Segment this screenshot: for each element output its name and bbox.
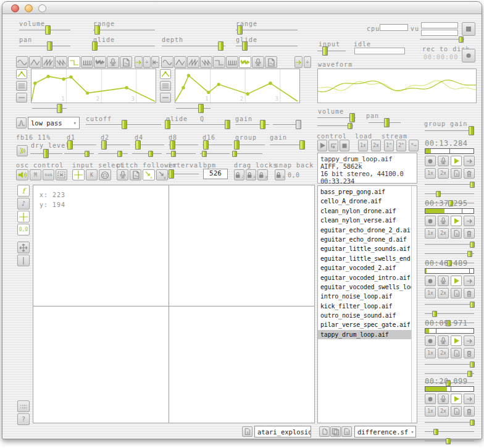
group-play-button[interactable] [451, 156, 462, 166]
osc1-square-wave-button[interactable] [68, 56, 80, 68]
crosshair-input-button[interactable] [72, 169, 85, 180]
file-list-item[interactable]: clean_nylon_drone.aif [318, 206, 411, 216]
osc1-envelope-display[interactable]: 123 [31, 69, 156, 103]
osc1-file-button[interactable] [120, 56, 132, 68]
mute-button[interactable]: M [30, 169, 41, 180]
speaker-icon[interactable] [16, 169, 28, 180]
file-list-item[interactable]: eguitar_little_swells_end.aif [318, 254, 411, 263]
sustain-button[interactable]: sus [43, 169, 54, 180]
filter-gain-slider[interactable] [235, 120, 269, 129]
group-load-1x-button[interactable]: 1x [425, 348, 436, 358]
file-list-item[interactable]: eguitar_vocoded_swells_loop.a [318, 282, 411, 292]
new-document-button[interactable] [319, 426, 330, 437]
group-load-1x-button[interactable]: 1x [425, 288, 436, 298]
echo-waves-icon[interactable] [17, 145, 28, 156]
osc2-comb-wave-button[interactable] [226, 56, 238, 68]
osc1-range-slider[interactable] [93, 25, 155, 35]
file-list-item[interactable]: outro_noise_sound.aif [318, 311, 411, 320]
filter-glide-slider[interactable] [166, 120, 198, 129]
d8-slider[interactable] [169, 140, 198, 150]
trash-icon[interactable] [464, 288, 475, 298]
origin-tool-button[interactable]: 0,0 [17, 224, 30, 235]
canvas-sound-file-button[interactable]: s [242, 426, 252, 437]
group-play-button[interactable] [451, 336, 462, 346]
stream-all-button[interactable]: *→ [409, 140, 419, 151]
group-progress-bar[interactable] [425, 148, 474, 154]
record-button[interactable] [462, 49, 475, 62]
group-load-2x-button[interactable]: 2x [438, 348, 449, 358]
follow-y-button[interactable]: y [156, 169, 168, 180]
zoom-button[interactable] [38, 4, 46, 12]
trash-icon[interactable] [464, 228, 475, 239]
file-list-item[interactable]: cello_A_drone.aif [318, 197, 411, 206]
lock-note-button[interactable]: ♪ [234, 169, 244, 180]
d16-slider[interactable] [202, 140, 232, 150]
delay-group-slider[interactable] [235, 140, 265, 150]
trash-icon[interactable] [464, 348, 475, 358]
osc2-file-button[interactable] [265, 56, 277, 68]
osc1-envelope-mode-button[interactable] [16, 69, 27, 79]
file-list-item[interactable]: eguitar_vocoded_intro.aif [318, 273, 411, 282]
osc1-pan-slider[interactable] [19, 41, 70, 51]
group-slider-1[interactable] [425, 360, 474, 369]
group-load-2x-button[interactable]: 2x [438, 288, 449, 298]
file-list-item[interactable]: bass_prep_gong.aif [318, 187, 411, 197]
osc1-saw-down-wave-button[interactable] [55, 56, 67, 68]
group-advance-button[interactable] [464, 336, 475, 346]
file-list-item[interactable]: eguitar_vocoded_2.aif [318, 263, 411, 273]
osc2-noise-wave-button[interactable] [239, 56, 251, 68]
trash-icon[interactable] [464, 168, 475, 179]
osc2-divide-button[interactable]: ÷ [304, 56, 311, 68]
q-slider[interactable] [198, 120, 230, 129]
group-load-1x-button[interactable]: 1x [425, 406, 436, 416]
input-slider[interactable] [317, 46, 346, 56]
group-slider-2[interactable] [425, 189, 474, 198]
sample-pan-slider[interactable] [369, 118, 401, 127]
group-mic-button[interactable] [438, 216, 449, 226]
crosshair-tool-button[interactable] [17, 211, 30, 222]
file-list-item[interactable]: eguitar_echo_drone_d.aif [318, 235, 411, 244]
osc2-list-mode-button[interactable] [160, 81, 171, 91]
filter-shape-icon[interactable] [16, 117, 27, 129]
group-progress-bar[interactable] [425, 268, 474, 274]
osc2-square-wave-button[interactable] [213, 56, 225, 68]
osc1-triangle-wave-button[interactable] [29, 56, 41, 68]
file-list-scrollbar[interactable] [411, 186, 417, 423]
filter-type-select[interactable]: low pass ▾ [28, 117, 80, 129]
d2-slider[interactable] [101, 140, 130, 150]
osc1-saw-up-wave-button[interactable] [42, 56, 54, 68]
group-mic-button[interactable] [438, 156, 449, 166]
osc1-divide-button[interactable]: ÷ [143, 56, 151, 68]
load-2x-button[interactable]: 2x [371, 140, 381, 151]
trash-icon[interactable] [464, 406, 475, 416]
osc1-volume-slider[interactable] [19, 25, 70, 35]
file-list-item[interactable]: clean_nylon_verse.aif [318, 216, 411, 225]
group-mic-button[interactable] [438, 394, 449, 404]
list-sound-file-button[interactable]: s [341, 426, 352, 437]
group-advance-button[interactable] [464, 276, 475, 286]
group-mic-button[interactable] [438, 336, 449, 346]
delay-group-aux-slider[interactable] [233, 149, 262, 158]
stream-1x-button[interactable]: 1^ [384, 140, 394, 151]
group-load-2x-button[interactable]: 2x [438, 168, 449, 179]
duplicate-document-button[interactable] [330, 426, 341, 437]
osc2-envelope-mode-button[interactable] [160, 69, 171, 79]
file-list-item[interactable]: eguitar_little_sounds.aif [318, 244, 411, 253]
xy-pad-canvas[interactable]: x: 223 y: 194 [33, 185, 315, 423]
osc1-noise-wave-button[interactable] [94, 56, 106, 68]
osc2-sine-wave-button[interactable] [161, 56, 173, 68]
file-list[interactable]: bass_prep_gong.aifcello_A_drone.aifclean… [318, 187, 411, 422]
snap-lock-button[interactable]: + [275, 169, 285, 180]
keyboard-input-button[interactable]: K [86, 169, 98, 180]
group-slider-1[interactable] [425, 300, 474, 309]
group-slider-2[interactable] [425, 309, 474, 318]
filter-aux-slider[interactable] [273, 120, 300, 129]
group-advance-button[interactable] [464, 156, 475, 166]
osc1-list-mode-button[interactable] [16, 81, 27, 91]
osc2-depth-slider[interactable] [162, 41, 225, 51]
follow-x-button[interactable]: x [143, 169, 155, 180]
osc2-glide-slider[interactable] [236, 41, 298, 51]
stream-2x-button[interactable]: 2^ [396, 140, 406, 151]
group-slider-1[interactable] [425, 240, 474, 249]
load-1x-button[interactable]: 1x [358, 140, 368, 151]
